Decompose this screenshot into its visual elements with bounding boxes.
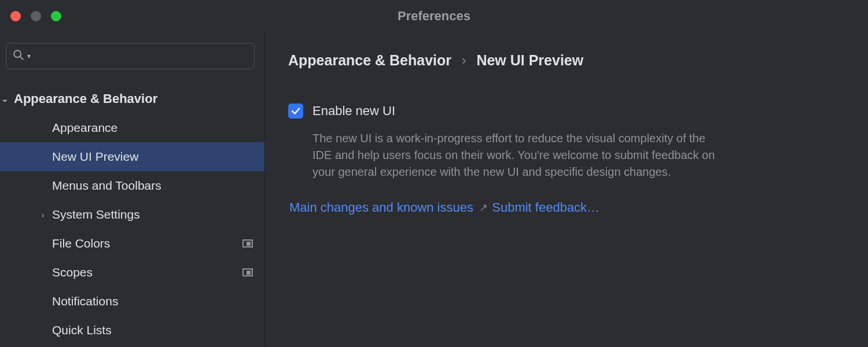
search-icon <box>12 49 25 64</box>
tree-item[interactable]: File Colors <box>0 229 264 258</box>
tree-item[interactable]: Notifications <box>0 287 264 316</box>
titlebar: Preferences <box>0 0 868 32</box>
tree-item[interactable]: Scopes <box>0 258 264 287</box>
tree-item[interactable]: Quick Lists <box>0 316 264 345</box>
tree-item-label: New UI Preview <box>52 150 253 164</box>
tree-item-appearance-and-behavior[interactable]: ⌄ Appearance & Behavior <box>0 84 264 113</box>
tree-item[interactable]: Menus and Toolbars <box>0 171 264 200</box>
content-pane: Appearance & Behavior › New UI Preview E… <box>265 32 868 347</box>
sidebar: ▾ ⌄ Appearance & Behavior AppearanceNew … <box>0 32 265 347</box>
tree-item-label: Scopes <box>52 265 242 279</box>
search-field[interactable] <box>32 50 248 62</box>
project-level-icon <box>242 268 253 276</box>
breadcrumb-parent: Appearance & Behavior <box>288 52 451 69</box>
tree-item[interactable]: ›System Settings <box>0 200 264 229</box>
submit-feedback-link[interactable]: Submit feedback… <box>492 200 599 215</box>
search-wrap: ▾ <box>0 32 264 75</box>
breadcrumb-current: New UI Preview <box>476 52 583 69</box>
tree-item[interactable]: New UI Preview <box>0 142 264 171</box>
external-link-icon: ↗ <box>479 201 488 214</box>
project-level-icon <box>242 239 253 248</box>
description-text: The new UI is a work-in-progress effort … <box>312 130 718 180</box>
close-window-button[interactable] <box>10 11 21 21</box>
check-icon <box>290 106 301 116</box>
tree-item-label: File Colors <box>52 237 242 250</box>
enable-new-ui-checkbox[interactable] <box>288 104 303 119</box>
chevron-right-icon[interactable]: › <box>36 210 50 220</box>
tree-item-label: Notifications <box>52 294 253 308</box>
settings-tree: ⌄ Appearance & Behavior AppearanceNew UI… <box>0 75 264 345</box>
tree-item-label: Quick Lists <box>52 323 253 337</box>
link-label: Submit feedback… <box>492 200 599 215</box>
tree-item-label: Menus and Toolbars <box>52 179 253 193</box>
breadcrumb: Appearance & Behavior › New UI Preview <box>288 52 845 69</box>
window-title: Preferences <box>0 9 868 24</box>
svg-line-1 <box>20 56 24 60</box>
tree-item-label: Appearance <box>52 121 253 135</box>
search-input[interactable]: ▾ <box>6 43 255 69</box>
chevron-down-icon[interactable]: ▾ <box>27 52 31 60</box>
enable-new-ui-label[interactable]: Enable new UI <box>312 104 395 119</box>
tree-item[interactable]: Appearance <box>0 113 264 142</box>
tree-item-label: System Settings <box>52 208 253 222</box>
main-changes-link[interactable]: Main changes and known issues ↗ <box>289 200 488 215</box>
window-controls <box>0 11 61 21</box>
maximize-window-button[interactable] <box>51 11 61 21</box>
chevron-right-icon: › <box>462 53 466 68</box>
enable-new-ui-row: Enable new UI <box>288 104 845 119</box>
main: ▾ ⌄ Appearance & Behavior AppearanceNew … <box>0 32 868 347</box>
link-label: Main changes and known issues <box>289 200 473 215</box>
minimize-window-button[interactable] <box>31 11 41 21</box>
chevron-down-icon[interactable]: ⌄ <box>0 94 12 104</box>
svg-point-0 <box>14 50 21 57</box>
tree-item-label: Appearance & Behavior <box>14 91 253 106</box>
